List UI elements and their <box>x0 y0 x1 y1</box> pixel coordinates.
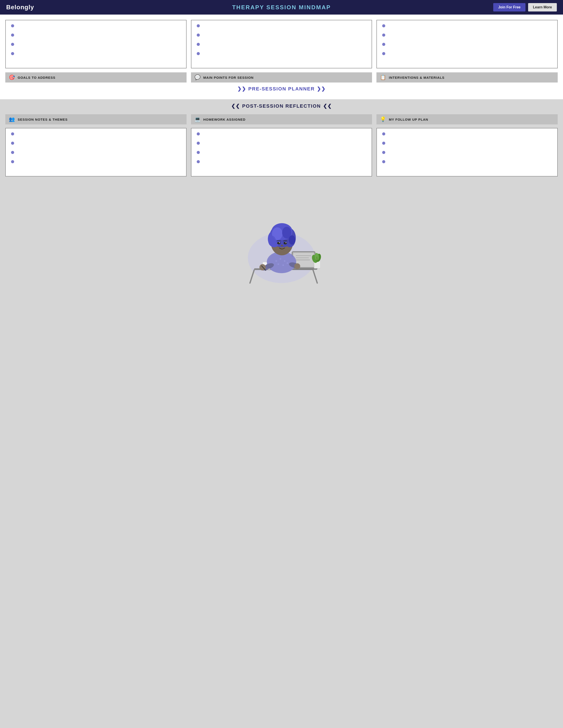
session-notes-dots <box>11 132 182 163</box>
dot <box>11 43 14 46</box>
logo: Belongly <box>6 4 34 11</box>
svg-point-40 <box>268 236 276 246</box>
svg-point-46 <box>281 245 283 247</box>
homework-label: HOMEWORK ASSIGNED <box>203 118 245 121</box>
goals-dots <box>11 24 182 55</box>
pre-session-banner-text: ❯❯ PRE-SESSION PLANNER ❯❯ <box>237 86 326 92</box>
homework-label-box: 💻 HOMEWORK ASSIGNED <box>191 114 372 124</box>
svg-point-23 <box>277 263 279 265</box>
dot <box>11 160 14 163</box>
dot <box>11 132 14 135</box>
dot <box>382 43 385 46</box>
dot <box>382 24 385 27</box>
post-session-labels: 👥 SESSION NOTES & THEMES 💻 HOMEWORK ASSI… <box>5 114 558 124</box>
interventions-dots <box>382 24 553 55</box>
svg-point-25 <box>287 262 289 264</box>
dot <box>382 52 385 55</box>
follow-up-dots <box>382 132 553 163</box>
post-session-boxes <box>5 128 558 176</box>
svg-point-45 <box>286 242 287 243</box>
dot <box>11 52 14 55</box>
header: Belongly THERAPY SESSION MINDMAP Join Fo… <box>0 0 563 15</box>
homework-dots <box>197 132 368 163</box>
dot <box>382 142 385 145</box>
post-session-banner-text: ❮❮ POST-SESSION REFLECTION ❮❮ <box>231 103 332 109</box>
header-buttons: Join For Free Learn More <box>493 3 557 11</box>
dot <box>11 34 14 37</box>
pre-session-area: 🎯 GOALS TO ADDRESS 💬 MAIN POINTS FOR SES… <box>0 15 563 99</box>
pre-session-labels: 🎯 GOALS TO ADDRESS 💬 MAIN POINTS FOR SES… <box>5 72 558 83</box>
group-icon: 👥 <box>9 116 15 122</box>
join-button[interactable]: Join For Free <box>493 3 525 11</box>
interventions-box <box>377 20 558 68</box>
dot <box>382 151 385 154</box>
svg-point-44 <box>279 242 280 243</box>
laptop-icon: 💻 <box>194 116 201 122</box>
svg-point-41 <box>289 235 295 245</box>
page-title: THERAPY SESSION MINDMAP <box>232 4 331 11</box>
chevron-down-right-icon: ❮❮ <box>323 103 332 109</box>
interventions-label-box: 📋 INTERVENTIONS & MATERIALS <box>377 72 558 83</box>
chat-icon: 💬 <box>194 75 201 80</box>
main-points-dots <box>197 24 368 55</box>
dot <box>197 24 200 27</box>
goals-label-box: 🎯 GOALS TO ADDRESS <box>5 72 186 83</box>
dot <box>197 34 200 37</box>
dot <box>382 132 385 135</box>
lightbulb-icon: 💡 <box>380 116 386 122</box>
dot <box>197 160 200 163</box>
dot <box>11 24 14 27</box>
goals-icon: 🎯 <box>9 75 15 80</box>
chevron-up-left-icon: ❯❯ <box>237 86 246 92</box>
pre-session-title: PRE-SESSION PLANNER <box>248 86 315 92</box>
dot <box>11 142 14 145</box>
learn-button[interactable]: Learn More <box>528 3 557 11</box>
dot <box>197 43 200 46</box>
chevron-down-left-icon: ❮❮ <box>231 103 240 109</box>
pre-session-boxes <box>5 20 558 68</box>
dot <box>197 142 200 145</box>
goals-label: GOALS TO ADDRESS <box>18 76 55 79</box>
chevron-up-right-icon: ❯❯ <box>317 86 326 92</box>
svg-point-43 <box>284 242 287 244</box>
session-notes-label-box: 👥 SESSION NOTES & THEMES <box>5 114 186 124</box>
post-session-banner: ❮❮ POST-SESSION REFLECTION ❮❮ <box>5 99 558 111</box>
goals-box <box>5 20 186 68</box>
document-icon: 📋 <box>380 75 386 80</box>
dot <box>382 160 385 163</box>
session-notes-label: SESSION NOTES & THEMES <box>18 118 68 121</box>
svg-point-24 <box>283 264 284 266</box>
homework-box <box>191 128 372 176</box>
svg-line-3 <box>313 270 317 283</box>
dot <box>197 52 200 55</box>
svg-point-31 <box>294 263 300 269</box>
svg-line-2 <box>250 270 254 283</box>
svg-point-42 <box>277 242 280 244</box>
main-points-box <box>191 20 372 68</box>
dot <box>197 151 200 154</box>
post-session-title: POST-SESSION REFLECTION <box>242 103 321 109</box>
dot <box>197 132 200 135</box>
svg-point-22 <box>284 260 286 262</box>
follow-up-label-box: 💡 MY FOLLOW UP PLAN <box>377 114 558 124</box>
dot <box>11 151 14 154</box>
main-points-label-box: 💬 MAIN POINTS FOR SESSION <box>191 72 372 83</box>
follow-up-box <box>377 128 558 176</box>
follow-up-label: MY FOLLOW UP PLAN <box>389 118 428 121</box>
svg-point-21 <box>279 258 281 260</box>
svg-point-20 <box>275 260 277 262</box>
illustration-area <box>0 186 563 296</box>
main-points-label: MAIN POINTS FOR SESSION <box>203 76 254 79</box>
post-session-area: ❮❮ POST-SESSION REFLECTION ❮❮ 👥 SESSION … <box>0 99 563 186</box>
pre-session-banner: ❯❯ PRE-SESSION PLANNER ❯❯ <box>5 83 558 96</box>
interventions-label: INTERVENTIONS & MATERIALS <box>389 76 445 79</box>
session-notes-box <box>5 128 186 176</box>
dot <box>382 34 385 37</box>
therapist-illustration <box>239 199 324 287</box>
svg-rect-12 <box>290 268 317 270</box>
